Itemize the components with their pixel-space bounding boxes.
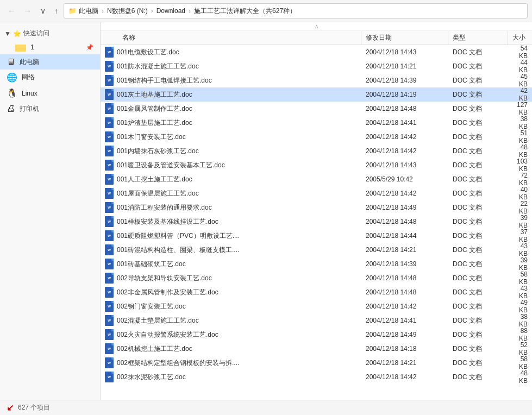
doc-file-icon: W	[105, 174, 114, 185]
file-name-cell: W001炉渣垫层施工工艺.doc	[101, 117, 361, 128]
status-bar: ↙ 627 个项目	[0, 400, 532, 415]
col-header-date[interactable]: 修改日期	[361, 31, 448, 45]
network-label: 网络	[22, 73, 35, 82]
file-date-cell: 2004/12/18 14:42	[361, 373, 448, 381]
address-sep-2: ›	[151, 7, 153, 15]
sidebar-item-network[interactable]: 🌐 网络	[0, 70, 100, 85]
file-name-text: 002导轨支架和导轨安装工艺.doc	[117, 274, 212, 283]
table-row[interactable]: W001灰土地基施工工艺.doc2004/12/18 14:19DOC 文档42…	[101, 87, 532, 102]
file-type-cell: DOC 文档	[448, 246, 508, 255]
sidebar-item-this-pc[interactable]: 🖥 此电脑	[0, 54, 100, 70]
table-row[interactable]: W001内墙抹石灰砂浆工艺.doc2004/12/18 14:42DOC 文档4…	[101, 144, 532, 158]
doc-file-icon: W	[105, 372, 114, 382]
linux-icon: 🐧	[7, 88, 17, 98]
table-row[interactable]: W002抹水泥砂浆工艺.doc2004/12/18 14:42DOC 文档48 …	[101, 370, 532, 384]
file-name-cell: W002机械挖土施工工艺.doc	[101, 343, 361, 354]
file-type-cell: DOC 文档	[448, 359, 508, 368]
file-name-cell: W001人工挖土施工工艺.doc	[101, 174, 361, 185]
sort-arrow-icon[interactable]: ∧	[315, 23, 318, 29]
file-name-cell: W001灰土地基施工工艺.doc	[101, 89, 361, 100]
file-list: W001电缆敷设工艺.doc2004/12/18 14:43DOC 文档54 K…	[101, 45, 532, 400]
up-button[interactable]: ↑	[51, 4, 61, 17]
file-date-cell: 2004/12/18 14:48	[361, 274, 448, 282]
file-name-cell: W001砖基础砌筑工艺.doc	[101, 259, 361, 269]
doc-file-icon: W	[105, 75, 114, 86]
doc-file-icon: W	[105, 131, 114, 142]
file-size-cell: 49 KB	[508, 299, 532, 314]
file-type-cell: DOC 文档	[448, 133, 508, 142]
address-bar[interactable]: 📁 此电脑 › N数据盘6 (N:) › Download › 施工工艺工法详解…	[64, 3, 528, 18]
table-row[interactable]: W002混凝土垫层施工工艺.doc2004/12/18 14:41DOC 文档3…	[101, 313, 532, 328]
file-name-text: 001钢结构手工电弧焊接工艺.doc	[117, 76, 212, 85]
table-row[interactable]: W001样板安装及基准线挂设工艺.doc2004/12/18 14:48DOC …	[101, 215, 532, 229]
table-row[interactable]: W001砖基础砌筑工艺.doc2004/12/18 14:39DOC 文档39 …	[101, 257, 532, 271]
sort-indicator[interactable]: ∧	[101, 22, 532, 31]
table-row[interactable]: W001金属风管制作工艺.doc2004/12/18 14:48DOC 文档12…	[101, 102, 532, 116]
table-row[interactable]: W001硬质阻燃塑料管（PVC）明敷设工艺....2004/12/18 14:4…	[101, 229, 532, 243]
file-name-cell: W002导轨支架和导轨安装工艺.doc	[101, 273, 361, 284]
doc-file-icon: W	[105, 216, 114, 227]
table-row[interactable]: W001木门窗安装工艺.doc2004/12/18 14:42DOC 文档51 …	[101, 130, 532, 144]
file-type-cell: DOC 文档	[448, 274, 508, 283]
file-size-cell: 48 KB	[508, 369, 532, 385]
file-name-text: 001砖混结构构造柱、圈梁、板缝支模工....	[117, 246, 239, 255]
table-row[interactable]: W002框架结构定型组合钢模板的安装与拆....2004/12/18 14:21…	[101, 356, 532, 370]
table-row[interactable]: W001防水混凝土施工工艺.doc2004/12/18 14:21DOC 文档4…	[101, 59, 532, 73]
file-date-cell: 2004/12/18 14:43	[361, 48, 448, 56]
table-row[interactable]: W001消防工程安装的通用要求.doc2004/12/18 14:49DOC 文…	[101, 200, 532, 215]
quick-access-header[interactable]: ▼ ⭐ 快速访问	[0, 27, 100, 40]
file-name-cell: W001木门窗安装工艺.doc	[101, 131, 361, 142]
file-date-cell: 2004/12/18 14:39	[361, 77, 448, 84]
table-row[interactable]: W001砖混结构构造柱、圈梁、板缝支模工....2004/12/18 14:21…	[101, 243, 532, 257]
sidebar: ▼ ⭐ 快速访问 1 📌 🖥 此电脑 🌐 网络 🐧 Linux 🖨 打印机	[0, 22, 101, 400]
address-sep-3: ›	[189, 7, 191, 15]
file-area: ∧ 名称 修改日期 类型 大小 W001电缆敷设工艺.doc2004/12/18…	[101, 22, 532, 400]
pin-icon: 📌	[86, 44, 93, 51]
sidebar-item-printer[interactable]: 🖨 打印机	[0, 101, 100, 116]
file-type-cell: DOC 文档	[448, 118, 508, 128]
table-row[interactable]: W001屋面保温层施工工艺.doc2004/12/18 14:42DOC 文档4…	[101, 186, 532, 200]
col-header-type[interactable]: 类型	[448, 31, 508, 45]
col-header-name[interactable]: 名称	[101, 31, 361, 45]
file-date-cell: 2004/12/18 14:19	[361, 91, 448, 98]
table-row[interactable]: W002非金属风管制作及安装工艺.doc2004/12/18 14:48DOC …	[101, 285, 532, 299]
file-size-cell: 40 KB	[508, 186, 532, 201]
table-row[interactable]: W001电缆敷设工艺.doc2004/12/18 14:43DOC 文档54 K…	[101, 45, 532, 59]
linux-label: Linux	[22, 90, 37, 97]
table-row[interactable]: W002机械挖土施工工艺.doc2004/12/18 14:18DOC 文档52…	[101, 342, 532, 356]
file-name-text: 001暖卫设备及管道安装基本工艺.doc	[117, 161, 225, 170]
table-row[interactable]: W001人工挖土施工工艺.doc2005/5/29 10:42DOC 文档72 …	[101, 172, 532, 186]
file-type-cell: DOC 文档	[448, 217, 508, 227]
network-icon: 🌐	[7, 72, 17, 83]
table-row[interactable]: W001炉渣垫层施工工艺.doc2004/12/18 14:41DOC 文档38…	[101, 116, 532, 130]
table-row[interactable]: W002火灾自动报警系统安装工艺.doc2004/12/18 14:49DOC …	[101, 328, 532, 342]
table-row[interactable]: W001暖卫设备及管道安装基本工艺.doc2004/12/18 14:43DOC…	[101, 158, 532, 172]
sidebar-item-folder1[interactable]: 1 📌	[0, 40, 100, 54]
file-size-cell: 58 KB	[508, 271, 532, 286]
file-size-cell: 43 KB	[508, 242, 532, 257]
file-date-cell: 2004/12/18 14:42	[361, 133, 448, 141]
file-type-cell: DOC 文档	[448, 104, 508, 114]
forward-button[interactable]: →	[21, 4, 35, 17]
file-name-text: 002火灾自动报警系统安装工艺.doc	[117, 330, 218, 339]
sidebar-item-linux[interactable]: 🐧 Linux	[0, 85, 100, 101]
table-row[interactable]: W002导轨支架和导轨安装工艺.doc2004/12/18 14:48DOC 文…	[101, 271, 532, 285]
column-headers: 名称 修改日期 类型 大小	[101, 31, 532, 45]
doc-file-icon: W	[105, 259, 114, 269]
doc-file-icon: W	[105, 230, 114, 241]
back-button[interactable]: ←	[4, 4, 18, 17]
file-type-cell: DOC 文档	[448, 373, 508, 382]
dropdown-button[interactable]: ∨	[37, 4, 49, 17]
file-date-cell: 2004/12/18 14:49	[361, 331, 448, 338]
file-type-cell: DOC 文档	[448, 288, 508, 297]
this-pc-label: 此电脑	[20, 58, 39, 67]
col-header-size[interactable]: 大小	[508, 31, 532, 45]
table-row[interactable]: W002钢门窗安装工艺.doc2004/12/18 14:42DOC 文档49 …	[101, 299, 532, 313]
table-row[interactable]: W001钢结构手工电弧焊接工艺.doc2004/12/18 14:39DOC 文…	[101, 73, 532, 87]
file-name-text: 001硬质阻燃塑料管（PVC）明敷设工艺....	[117, 231, 240, 241]
file-date-cell: 2004/12/18 14:48	[361, 288, 448, 296]
file-name-text: 001灰土地基施工工艺.doc	[117, 90, 192, 99]
toolbar: ← → ∨ ↑ 📁 此电脑 › N数据盘6 (N:) › Download › …	[0, 0, 532, 22]
file-type-cell: DOC 文档	[448, 260, 508, 269]
doc-file-icon: W	[105, 117, 114, 128]
